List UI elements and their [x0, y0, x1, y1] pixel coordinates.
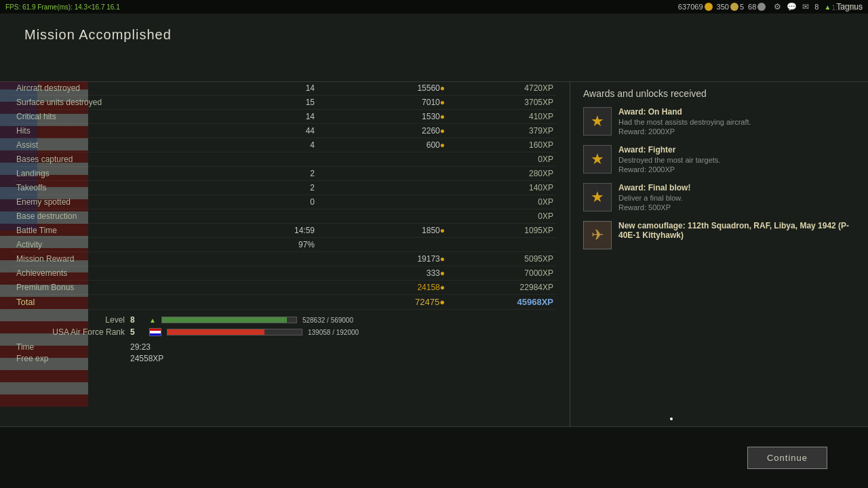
username: Tagnus [836, 2, 863, 12]
stat-points [317, 167, 448, 181]
stat-count: 97% [231, 238, 317, 252]
stats-table: Aircraft destroyed 14 15560● 4720XP Surf… [14, 81, 556, 310]
stat-count [231, 266, 317, 281]
stat-points: 2260● [317, 124, 448, 138]
stat-label: Activity [14, 238, 231, 252]
level-bar-fill [162, 317, 287, 323]
award-reward: Reward: 2000XP [618, 165, 854, 174]
stat-xp: 410XP [448, 110, 556, 124]
stat-count: 14:59 [231, 224, 317, 238]
award-name: Award: Final blow! [618, 183, 854, 192]
main-content: Aircraft destroyed 14 15560● 4720XP Surf… [0, 81, 868, 427]
award-icon: ★ [583, 145, 612, 174]
stat-points: 600● [317, 138, 448, 152]
stat-xp: 7000XP [448, 266, 556, 281]
stat-count: 14 [231, 81, 317, 96]
top-right-section: 637069 350 5 68 ⚙ 💬 ✉ 8 ▲ Tagnus [678, 2, 863, 12]
stat-label: Premium Bonus [14, 281, 231, 295]
award-item: ★ Award: Fighter Destroyed the most air … [583, 145, 854, 174]
stat-count [231, 252, 317, 266]
gold-amount: 637069 [678, 3, 703, 11]
award-icon-symbol: ★ [591, 150, 604, 168]
total-points: 72475● [317, 295, 448, 310]
awards-list: ★ Award: On Hand Had the most assists de… [583, 107, 854, 249]
stat-xp: 0XP [448, 209, 556, 224]
stat-points: 1530● [317, 110, 448, 124]
award-name: New camouflage: 112th Squadron, RAF, Lib… [618, 221, 854, 240]
stat-label: Takeoffs [14, 181, 231, 195]
stat-xp: 22984XP [448, 281, 556, 295]
stat-xp: 3705XP [448, 96, 556, 110]
award-icon: ✈ [583, 221, 612, 249]
stat-count: 4 [231, 138, 317, 152]
stat-count: 15 [231, 96, 317, 110]
usa-flag-mini [149, 328, 161, 336]
stat-xp: 4720XP [448, 81, 556, 96]
rank-label: USA Air Force Rank [16, 327, 125, 337]
panel-divider [570, 81, 570, 427]
stat-points: 7010● [317, 96, 448, 110]
icon-gear[interactable]: ⚙ [774, 2, 781, 12]
award-item: ★ Award: Final blow! Deliver a final blo… [583, 183, 854, 211]
award-icon: ★ [583, 107, 612, 136]
stat-count: 44 [231, 124, 317, 138]
stat-count [231, 281, 317, 295]
stat-points [317, 152, 448, 167]
stat-points [317, 238, 448, 252]
award-text: Award: On Hand Had the most assists dest… [618, 107, 854, 136]
award-desc: Destroyed the most air targets. [618, 156, 854, 164]
awards-title: Awards and unlocks received [583, 88, 854, 99]
rank-badge: 8 [814, 3, 818, 11]
stat-points [317, 195, 448, 209]
stat-xp: 280XP [448, 167, 556, 181]
stat-points: 1850● [317, 224, 448, 238]
stat-xp [448, 238, 556, 252]
stat-count [231, 152, 317, 167]
user-section: ⚙ 💬 ✉ 8 ▲ Tagnus [774, 2, 863, 12]
total-count [231, 295, 317, 310]
icon-chat[interactable]: 💬 [787, 2, 797, 12]
stat-label: Landings [14, 167, 231, 181]
premium-icon [730, 3, 738, 11]
bottom-stats: Time 29:23 Free exp 24558XP [14, 342, 556, 363]
award-text: Award: Final blow! Deliver a final blow.… [618, 183, 854, 211]
awards-panel: Awards and unlocks received ★ Award: On … [570, 81, 868, 427]
rank-row: USA Air Force Rank 5 139058 / 192000 [16, 327, 553, 337]
freeexp-row: Free exp 24558XP [16, 354, 553, 363]
time-label: Time [16, 342, 125, 352]
stat-xp: 0XP [448, 195, 556, 209]
stat-points: 333● [317, 266, 448, 281]
time-value: 29:23 [130, 342, 151, 352]
level-progress-bar [161, 317, 297, 323]
level-number: 8 [130, 315, 144, 325]
award-icon: ★ [583, 183, 612, 211]
level-arrow: ▲ [149, 317, 156, 324]
premium-currency: 350 5 [717, 3, 744, 11]
icon-mail[interactable]: ✉ [802, 2, 809, 12]
award-text: Award: Fighter Destroyed the most air ta… [618, 145, 854, 174]
award-icon-symbol: ★ [591, 113, 604, 130]
award-icon-symbol: ★ [591, 188, 604, 206]
stat-label: Critical hits [14, 110, 231, 124]
stat-count: 2 [231, 167, 317, 181]
rank-arrow: ▲ [824, 3, 831, 11]
stat-points: 19173● [317, 252, 448, 266]
stat-label: Mission Reward [14, 252, 231, 266]
eagles-amount: 68 [748, 3, 756, 11]
rank-progress-text: 139058 / 192000 [308, 329, 376, 336]
stats-panel: Aircraft destroyed 14 15560● 4720XP Surf… [0, 81, 570, 427]
rank-bar-fill [167, 329, 264, 335]
stat-xp: 5095XP [448, 252, 556, 266]
stat-xp: 1095XP [448, 224, 556, 238]
stat-xp: 379XP [448, 124, 556, 138]
stat-points: 15560● [317, 81, 448, 96]
time-row: Time 29:23 [16, 342, 553, 352]
stat-label: Enemy spotted [14, 195, 231, 209]
eagle-icon [757, 3, 766, 11]
rank-number: 5 [130, 327, 144, 337]
continue-button[interactable]: Continue [747, 447, 827, 469]
award-text: New camouflage: 112th Squadron, RAF, Lib… [618, 221, 854, 241]
award-icon-symbol: ✈ [591, 226, 604, 244]
gold-icon [705, 3, 713, 11]
stat-label: Surface units destroyed [14, 96, 231, 110]
